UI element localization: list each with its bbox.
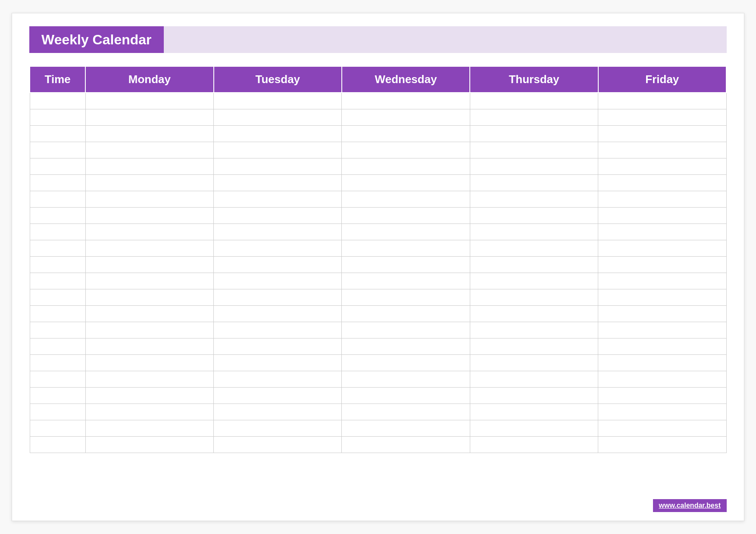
- table-cell[interactable]: [342, 191, 470, 207]
- table-cell[interactable]: [214, 224, 342, 240]
- table-cell[interactable]: [30, 256, 85, 273]
- table-cell[interactable]: [342, 354, 470, 371]
- table-cell[interactable]: [214, 338, 342, 354]
- table-cell[interactable]: [85, 207, 213, 224]
- table-cell[interactable]: [85, 436, 213, 453]
- table-cell[interactable]: [30, 273, 85, 289]
- table-cell[interactable]: [214, 420, 342, 436]
- table-cell[interactable]: [214, 158, 342, 174]
- table-cell[interactable]: [85, 224, 213, 240]
- table-cell[interactable]: [470, 142, 598, 158]
- table-cell[interactable]: [598, 305, 726, 322]
- table-cell[interactable]: [214, 240, 342, 256]
- table-cell[interactable]: [342, 93, 470, 109]
- table-cell[interactable]: [342, 174, 470, 191]
- table-cell[interactable]: [470, 224, 598, 240]
- table-cell[interactable]: [214, 174, 342, 191]
- table-cell[interactable]: [85, 191, 213, 207]
- table-cell[interactable]: [598, 191, 726, 207]
- table-cell[interactable]: [470, 354, 598, 371]
- table-cell[interactable]: [470, 305, 598, 322]
- table-cell[interactable]: [598, 354, 726, 371]
- table-cell[interactable]: [85, 240, 213, 256]
- table-cell[interactable]: [342, 404, 470, 420]
- table-cell[interactable]: [598, 158, 726, 174]
- table-cell[interactable]: [30, 289, 85, 305]
- table-cell[interactable]: [598, 404, 726, 420]
- table-cell[interactable]: [342, 142, 470, 158]
- table-cell[interactable]: [30, 305, 85, 322]
- table-cell[interactable]: [598, 142, 726, 158]
- table-cell[interactable]: [342, 125, 470, 142]
- table-cell[interactable]: [470, 158, 598, 174]
- table-cell[interactable]: [214, 207, 342, 224]
- table-cell[interactable]: [214, 273, 342, 289]
- table-cell[interactable]: [30, 142, 85, 158]
- table-cell[interactable]: [598, 240, 726, 256]
- table-cell[interactable]: [598, 207, 726, 224]
- table-cell[interactable]: [85, 305, 213, 322]
- table-cell[interactable]: [470, 322, 598, 338]
- table-cell[interactable]: [85, 420, 213, 436]
- table-cell[interactable]: [85, 158, 213, 174]
- table-cell[interactable]: [470, 109, 598, 125]
- table-cell[interactable]: [598, 93, 726, 109]
- table-cell[interactable]: [214, 93, 342, 109]
- table-cell[interactable]: [598, 224, 726, 240]
- table-cell[interactable]: [85, 338, 213, 354]
- table-cell[interactable]: [470, 174, 598, 191]
- table-cell[interactable]: [342, 322, 470, 338]
- table-cell[interactable]: [85, 142, 213, 158]
- table-cell[interactable]: [214, 256, 342, 273]
- table-cell[interactable]: [598, 256, 726, 273]
- table-cell[interactable]: [342, 420, 470, 436]
- table-cell[interactable]: [30, 354, 85, 371]
- table-cell[interactable]: [342, 273, 470, 289]
- footer-link[interactable]: www.calendar.best: [659, 502, 721, 509]
- table-cell[interactable]: [598, 371, 726, 387]
- table-cell[interactable]: [342, 371, 470, 387]
- table-cell[interactable]: [85, 93, 213, 109]
- table-cell[interactable]: [342, 436, 470, 453]
- table-cell[interactable]: [85, 387, 213, 404]
- table-cell[interactable]: [342, 207, 470, 224]
- table-cell[interactable]: [214, 125, 342, 142]
- table-cell[interactable]: [214, 387, 342, 404]
- table-cell[interactable]: [342, 109, 470, 125]
- table-cell[interactable]: [598, 322, 726, 338]
- table-cell[interactable]: [598, 174, 726, 191]
- table-cell[interactable]: [342, 289, 470, 305]
- table-cell[interactable]: [85, 256, 213, 273]
- table-cell[interactable]: [85, 109, 213, 125]
- table-cell[interactable]: [470, 256, 598, 273]
- table-cell[interactable]: [342, 305, 470, 322]
- table-cell[interactable]: [214, 305, 342, 322]
- table-cell[interactable]: [30, 174, 85, 191]
- table-cell[interactable]: [214, 436, 342, 453]
- table-cell[interactable]: [30, 338, 85, 354]
- table-cell[interactable]: [85, 322, 213, 338]
- table-cell[interactable]: [470, 125, 598, 142]
- table-cell[interactable]: [30, 240, 85, 256]
- table-cell[interactable]: [30, 207, 85, 224]
- table-cell[interactable]: [214, 191, 342, 207]
- table-cell[interactable]: [598, 125, 726, 142]
- table-cell[interactable]: [342, 158, 470, 174]
- table-cell[interactable]: [470, 93, 598, 109]
- table-cell[interactable]: [598, 420, 726, 436]
- table-cell[interactable]: [30, 191, 85, 207]
- table-cell[interactable]: [214, 371, 342, 387]
- table-cell[interactable]: [30, 404, 85, 420]
- table-cell[interactable]: [85, 125, 213, 142]
- table-cell[interactable]: [470, 371, 598, 387]
- table-cell[interactable]: [598, 387, 726, 404]
- table-cell[interactable]: [214, 404, 342, 420]
- table-cell[interactable]: [470, 207, 598, 224]
- table-cell[interactable]: [30, 125, 85, 142]
- table-cell[interactable]: [30, 224, 85, 240]
- table-cell[interactable]: [85, 174, 213, 191]
- table-cell[interactable]: [30, 322, 85, 338]
- table-cell[interactable]: [598, 289, 726, 305]
- table-cell[interactable]: [30, 158, 85, 174]
- table-cell[interactable]: [342, 240, 470, 256]
